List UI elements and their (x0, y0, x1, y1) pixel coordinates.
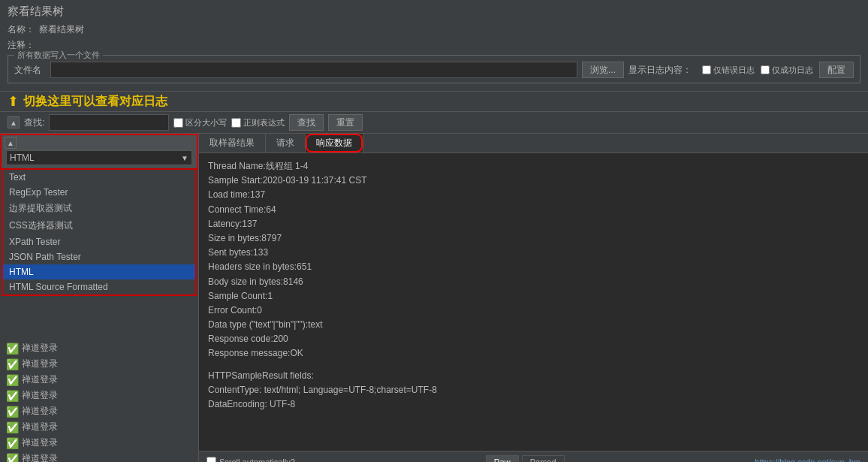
check-icon: ✅ (6, 421, 19, 433)
content-line-load: Load time:137 (208, 188, 859, 202)
dropdown-item-xpath[interactable]: XPath Tester (3, 234, 195, 249)
list-item-label: 禅道登录 (22, 405, 58, 418)
list-item-label: 禅道登录 (22, 421, 58, 433)
dropdown-item-boundary[interactable]: 边界提取器测试 (3, 200, 195, 217)
file-row: 文件名 浏览... 显示日志内容： 仅错误日志 仅成功日志 配置 (14, 62, 854, 78)
scroll-check-option[interactable]: Scroll automatically? (206, 457, 295, 462)
content-area: Thread Name:线程组 1-4 Sample Start:2020-03… (199, 153, 868, 451)
case-sensitive-option[interactable]: 区分大小写 (173, 117, 227, 128)
list-item[interactable]: ✅ 禅道登录 (0, 403, 198, 419)
list-item[interactable]: ✅ 禅道登录 (0, 388, 198, 403)
dropdown-menu: Text RegExp Tester 边界提取器测试 CSS选择器测试 XPat… (2, 168, 197, 296)
raw-tab[interactable]: Raw (486, 455, 519, 463)
content-line-error-count: Error Count:0 (208, 303, 859, 318)
page-title: 察看结果树 (8, 5, 860, 19)
left-panel-header: ▲ HTML ▼ (0, 134, 198, 170)
content-line-response-code: Response code:200 (208, 332, 859, 346)
browse-button[interactable]: 浏览... (582, 62, 624, 78)
log-label: 显示日志内容： (628, 64, 692, 77)
content-line-thread: Thread Name:线程组 1-4 (208, 159, 859, 174)
dropdown-item-htmlsource[interactable]: HTML Source Formatted (3, 279, 195, 294)
content-line-datatype: Data type ("text"|"bin"|""):text (208, 318, 859, 332)
dropdown-item-css[interactable]: CSS选择器测试 (3, 217, 195, 234)
check-icon: ✅ (6, 390, 19, 402)
name-label: 名称： (8, 23, 35, 36)
list-item-label: 禅道登录 (22, 373, 58, 386)
list-item[interactable]: ✅ 禅道登录 (0, 356, 198, 372)
content-line-headers: Headers size in bytes:651 (208, 260, 859, 274)
tab-request[interactable]: 请求 (266, 134, 306, 152)
content-line-body: Body size in bytes:8146 (208, 275, 859, 289)
regex-label: 正则表达式 (243, 117, 285, 128)
list-item[interactable]: ✅ 禅道登录 (0, 372, 198, 388)
top-section: 察看结果树 名称： 察看结果树 注释： 所有数据写入一个文件 文件名 浏览...… (0, 0, 868, 92)
content-line-encoding: DataEncoding: UTF-8 (208, 397, 859, 412)
content-line-content-type: ContentType: text/html; Language=UTF-8;c… (208, 383, 859, 397)
search-input[interactable] (49, 114, 169, 131)
check-icon: ✅ (6, 358, 19, 370)
list-item-label: 禅道登录 (22, 452, 58, 462)
dropdown-item-html[interactable]: HTML (3, 264, 195, 279)
annotation-arrow-icon: ⬆ (8, 93, 19, 110)
error-log-label: 仅错误日志 (713, 65, 755, 76)
csdn-url: https://blog.csdn.net/sun_hm (755, 457, 860, 463)
chevron-down-icon: ▼ (181, 154, 188, 162)
content-line-start: Sample Start:2020-03-19 11:37:41 CST (208, 174, 859, 188)
search-label: 查找: (24, 116, 44, 129)
content-line-connect: Connect Time:64 (208, 203, 859, 217)
success-log-checkbox[interactable] (761, 65, 770, 74)
dropdown-item-text[interactable]: Text (3, 170, 195, 185)
main-area: ▲ HTML ▼ Text RegExp Tester 边界提取器测试 CSS选… (0, 134, 868, 462)
dropdown-item-regexp[interactable]: RegExp Tester (3, 185, 195, 200)
case-sensitive-checkbox[interactable] (173, 118, 183, 128)
regex-checkbox[interactable] (231, 118, 241, 128)
dropdown-item-jsonpath[interactable]: JSON Path Tester (3, 249, 195, 264)
config-button[interactable]: 配置 (819, 62, 854, 78)
annotation-text: 切换这里可以查看对应日志 (23, 94, 167, 110)
check-icon: ✅ (6, 374, 19, 386)
collapse-button[interactable]: ▲ (8, 116, 20, 128)
list-item-label: 禅道登录 (22, 436, 58, 449)
content-line-response-msg: Response message:OK (208, 346, 859, 361)
success-log-label: 仅成功日志 (772, 65, 813, 76)
file-name-input[interactable] (50, 62, 577, 78)
scroll-check-label: Scroll automatically? (219, 457, 295, 463)
annotation-bar: ⬆ 切换这里可以查看对应日志 (0, 92, 868, 112)
content-line-sample-count: Sample Count:1 (208, 289, 859, 303)
parsed-tab[interactable]: Parsed (522, 455, 565, 463)
success-log-option[interactable]: 仅成功日志 (761, 65, 813, 76)
tab-sampler-result[interactable]: 取样器结果 (199, 134, 266, 152)
dropdown-box[interactable]: HTML ▼ (6, 150, 192, 165)
list-item[interactable]: ✅ 禅道登录 (0, 419, 198, 435)
error-log-option[interactable]: 仅错误日志 (702, 65, 755, 76)
case-sensitive-label: 区分大小写 (185, 117, 227, 128)
check-icon: ✅ (6, 406, 19, 418)
comment-row: 注释： (8, 39, 860, 52)
scroll-check-checkbox[interactable] (206, 457, 216, 462)
file-group-legend: 所有数据写入一个文件 (14, 50, 103, 61)
list-item[interactable]: ✅ 禅道登录 (0, 451, 198, 462)
reset-button[interactable]: 重置 (328, 114, 363, 131)
log-options: 显示日志内容： 仅错误日志 仅成功日志 配置 (628, 62, 854, 78)
search-button[interactable]: 查找 (289, 114, 324, 131)
check-icon: ✅ (6, 453, 19, 463)
dropdown-selected: HTML (10, 152, 35, 163)
list-item[interactable]: ✅ 禅道登录 (0, 435, 198, 451)
tab-response-data[interactable]: 响应数据 (306, 134, 363, 152)
file-name-label: 文件名 (14, 64, 41, 77)
content-line-latency: Latency:137 (208, 217, 859, 231)
error-log-checkbox[interactable] (702, 65, 711, 74)
left-collapse-button[interactable]: ▲ (5, 137, 17, 149)
regex-option[interactable]: 正则表达式 (231, 117, 285, 128)
bottom-bar: Scroll automatically? Raw Parsed https:/… (199, 451, 868, 462)
left-list: ✅ 禅道登录 ✅ 禅道登录 ✅ 禅道登录 ✅ 禅道登录 ✅ 禅道登录 ✅ 禅道登… (0, 339, 198, 462)
bottom-tabs: Raw Parsed (486, 455, 565, 463)
name-row: 名称： 察看结果树 (8, 23, 860, 36)
tab-response-data-label: 响应数据 (316, 137, 352, 148)
content-line-sent: Sent bytes:133 (208, 246, 859, 260)
list-item-label: 禅道登录 (22, 358, 58, 370)
content-line-http-fields: HTTPSampleResult fields: (208, 369, 859, 383)
list-item[interactable]: ✅ 禅道登录 (0, 340, 198, 356)
check-icon: ✅ (6, 343, 19, 355)
list-item-label: 禅道登录 (22, 389, 58, 402)
